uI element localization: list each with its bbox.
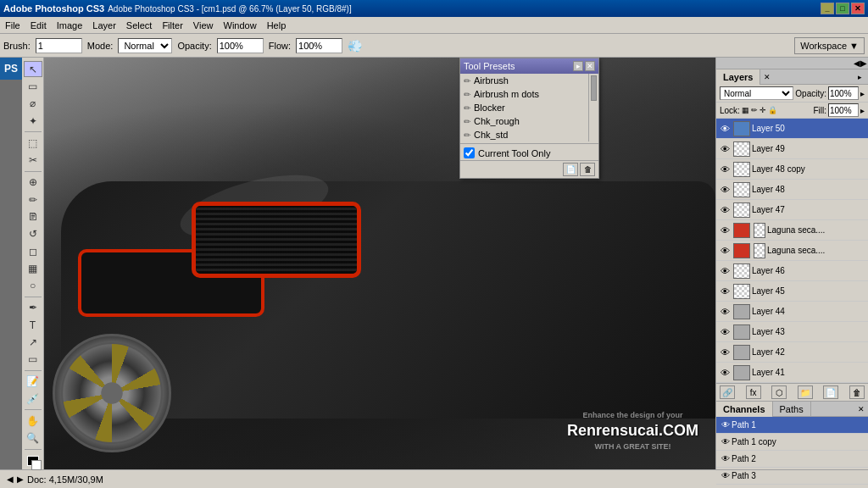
menu-layer[interactable]: Layer (87, 19, 121, 31)
foreground-color[interactable] (27, 456, 39, 466)
path-row-1[interactable]: 👁 Path 1 (716, 417, 868, 434)
layer-row-42[interactable]: 👁 Layer 42 (716, 342, 868, 363)
tool-heal[interactable]: ⊕ (24, 175, 42, 191)
tool-shape[interactable]: ▭ (24, 352, 42, 368)
workspace-button[interactable]: Workspace ▼ (794, 37, 865, 54)
layer-eye-44[interactable]: 👁 (718, 305, 732, 319)
channels-tab[interactable]: Channels (716, 402, 773, 417)
tool-eraser[interactable]: ◻ (24, 243, 42, 259)
add-style-btn[interactable]: fx (746, 385, 761, 399)
menu-image[interactable]: Image (52, 19, 88, 31)
path-row-5[interactable]: 👁 Path 5 (716, 485, 868, 488)
layer-eye-laguna2[interactable]: 👁 (718, 244, 732, 258)
preset-chk-std[interactable]: ✏ Chk_std (460, 128, 588, 141)
preset-airbrush[interactable]: ✏ Airbrush (460, 74, 588, 87)
minimize-button[interactable]: _ (821, 3, 834, 14)
add-mask-btn[interactable]: ⬡ (771, 385, 787, 399)
status-nav-right[interactable]: ▶ (17, 474, 24, 484)
layer-eye-48[interactable]: 👁 (718, 183, 732, 197)
menu-window[interactable]: Window (219, 19, 262, 31)
layer-row-41[interactable]: 👁 Layer 41 (716, 363, 868, 383)
layers-opacity-input[interactable] (828, 86, 859, 100)
tool-gradient[interactable]: ▦ (24, 260, 42, 276)
status-nav-left[interactable]: ◀ (7, 474, 14, 484)
menu-help[interactable]: Help (262, 19, 292, 31)
tool-presets-close[interactable]: ✕ (585, 61, 595, 71)
tool-lasso[interactable]: ⌀ (24, 96, 42, 112)
layer-eye-laguna1[interactable]: 👁 (718, 224, 732, 237)
close-button[interactable]: ✕ (851, 3, 865, 14)
layer-eye-42[interactable]: 👁 (718, 346, 732, 359)
layer-row-47[interactable]: 👁 Layer 47 (716, 200, 868, 220)
flow-input[interactable]: 100% (296, 38, 342, 53)
lock-transparency[interactable]: ▦ (742, 106, 749, 114)
layers-close-btn[interactable]: ✕ (762, 73, 772, 81)
menu-file[interactable]: File (0, 19, 25, 31)
preset-airbrush-mdots[interactable]: ✏ Airbrush m dots (460, 87, 588, 101)
tool-history-brush[interactable]: ↺ (24, 226, 42, 242)
preset-chk-rough[interactable]: ✏ Chk_rough (460, 114, 588, 128)
layer-eye-43[interactable]: 👁 (718, 325, 732, 339)
tool-dodge[interactable]: ○ (24, 277, 42, 293)
layer-row-46[interactable]: 👁 Layer 46 (716, 261, 868, 281)
brush-size-input[interactable]: 1 (36, 38, 82, 53)
path-row-2[interactable]: 👁 Path 2 (716, 451, 868, 468)
layers-fill-input[interactable] (828, 103, 859, 117)
layer-row-50[interactable]: 👁 Layer 50 (716, 119, 868, 139)
layer-eye-50[interactable]: 👁 (718, 122, 732, 136)
layer-row-48copy[interactable]: 👁 Layer 48 copy (716, 159, 868, 180)
tool-zoom[interactable]: 🔍 (24, 430, 42, 446)
tool-stamp[interactable]: 🖹 (24, 208, 42, 225)
collapse-btn[interactable]: ◀▶ (854, 58, 867, 68)
layer-row-44[interactable]: 👁 Layer 44 (716, 302, 868, 322)
tool-pen[interactable]: ✒ (24, 300, 42, 316)
new-group-btn[interactable]: 📁 (798, 385, 813, 399)
lock-paint[interactable]: ✏ (751, 106, 758, 114)
tool-notes[interactable]: 📝 (24, 374, 42, 390)
tool-crop[interactable]: ⬚ (24, 135, 42, 151)
tool-presets-collapse[interactable]: ▸ (573, 61, 583, 71)
layer-row-45[interactable]: 👁 Layer 45 (716, 281, 868, 302)
layer-row-laguna2[interactable]: 👁 Laguna seca.... (716, 241, 868, 261)
layer-eye-49[interactable]: 👁 (718, 142, 732, 156)
path-row-1copy[interactable]: 👁 Path 1 copy (716, 434, 868, 451)
tool-eyedropper[interactable]: 💉 (24, 391, 42, 407)
opacity-arrow[interactable]: ▸ (860, 89, 865, 98)
layer-eye-41[interactable]: 👁 (718, 366, 732, 380)
lock-move[interactable]: ✛ (760, 106, 766, 114)
menu-edit[interactable]: Edit (25, 19, 52, 31)
delete-layer-btn[interactable]: 🗑 (849, 385, 865, 399)
layer-row-43[interactable]: 👁 Layer 43 (716, 322, 868, 342)
path-row-3[interactable]: 👁 Path 3 (716, 468, 868, 485)
layer-row-laguna1[interactable]: 👁 Laguna seca.... (716, 220, 868, 241)
tool-marquee[interactable]: ▭ (24, 78, 42, 94)
preset-blocker[interactable]: ✏ Blocker (460, 101, 588, 114)
opacity-input[interactable]: 100% (217, 38, 264, 53)
layer-row-48[interactable]: 👁 Layer 48 (716, 180, 868, 200)
lock-all[interactable]: 🔒 (768, 106, 777, 114)
layers-panel-menu[interactable]: ▸ (858, 73, 868, 81)
layers-mode-select[interactable]: Normal (720, 86, 793, 100)
current-tool-only-row[interactable]: Current Tool Only (460, 146, 598, 160)
layers-tab[interactable]: Layers (716, 69, 760, 85)
link-layers-btn[interactable]: 🔗 (720, 385, 735, 399)
new-layer-btn[interactable]: 📄 (823, 385, 838, 399)
menu-view[interactable]: View (188, 19, 219, 31)
mode-select[interactable]: Normal Multiply Screen (118, 38, 172, 53)
tool-magic-wand[interactable]: ✦ (24, 113, 42, 129)
channels-panel-menu[interactable]: ✕ (858, 405, 868, 413)
tool-slice[interactable]: ✂ (24, 152, 42, 168)
preset-delete-btn[interactable]: 🗑 (580, 163, 595, 176)
layer-eye-47[interactable]: 👁 (718, 203, 732, 217)
canvas-area[interactable]: Enhance the design of your Renrensucai.C… (44, 58, 715, 469)
layer-eye-46[interactable]: 👁 (718, 264, 732, 278)
tool-move[interactable]: ↖ (24, 61, 42, 77)
tool-type[interactable]: T (24, 317, 42, 333)
preset-create-btn[interactable]: 📄 (563, 163, 578, 176)
layer-eye-48copy[interactable]: 👁 (718, 163, 732, 176)
menu-filter[interactable]: Filter (157, 19, 187, 31)
tool-presets-scrollbar[interactable] (588, 74, 598, 141)
tool-hand[interactable]: ✋ (24, 413, 42, 429)
tool-brush[interactable]: ✏ (24, 191, 42, 208)
menu-select[interactable]: Select (121, 19, 158, 31)
